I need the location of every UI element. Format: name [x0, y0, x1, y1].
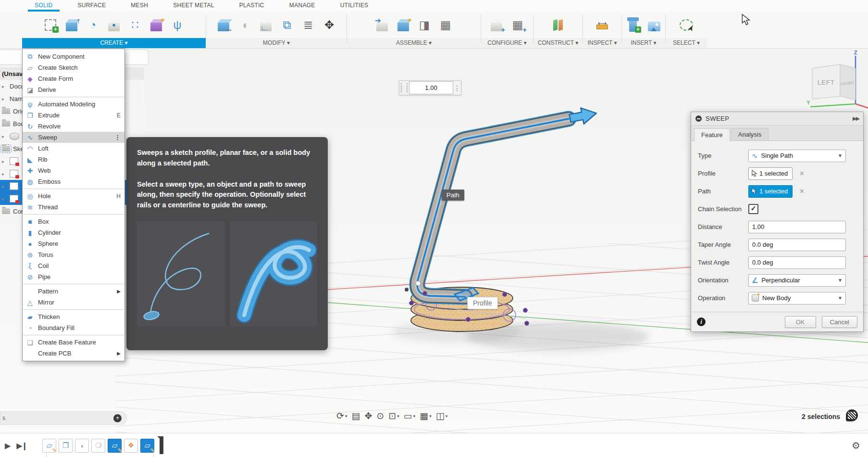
construction-plane-icon[interactable]	[550, 16, 566, 34]
group-assemble[interactable]: ASSEMBLE ▾	[347, 38, 481, 48]
tab-plastic[interactable]: PLASTIC	[227, 0, 277, 12]
group-create[interactable]: CREATE ▾	[22, 38, 206, 48]
offset-face-icon[interactable]: ≣	[300, 16, 316, 34]
menu-item-extrude[interactable]: ❐ExtrudeE	[23, 110, 124, 121]
grid-settings-icon[interactable]: ▦▾	[420, 409, 431, 423]
viewports-icon[interactable]: ◫▾	[436, 409, 447, 423]
taper-angle-input[interactable]	[748, 239, 846, 251]
sketch-feature-selected-icon[interactable]: ▱✎	[108, 439, 122, 453]
caret-icon[interactable]: ▸	[2, 96, 7, 102]
caret-icon[interactable]: ▸	[2, 184, 7, 189]
group-inspect[interactable]: INSPECT ▾	[583, 38, 621, 48]
group-modify[interactable]: MODIFY ▾	[206, 38, 347, 48]
combine-icon[interactable]: ⧉	[279, 16, 295, 34]
create-sketch-icon[interactable]: +	[42, 16, 59, 34]
menu-item-create-form[interactable]: ◆Create Form	[23, 73, 124, 84]
group-select[interactable]: SELECT ▾	[666, 38, 707, 48]
group-construct[interactable]: CONSTRUCT ▾	[533, 38, 583, 48]
orbit-icon[interactable]: ⟳▾	[336, 409, 347, 423]
timeline-skip-end-icon[interactable]: ▶❙	[16, 441, 27, 450]
configuration-table-icon[interactable]: ▦+	[509, 16, 526, 34]
menu-item-cylinder[interactable]: ▮Cylinder	[23, 227, 124, 238]
caret-icon[interactable]: ▸	[2, 134, 7, 139]
sketch-feature-selected-icon[interactable]: ▱✎	[140, 439, 154, 453]
tab-mesh[interactable]: MESH	[118, 0, 161, 12]
select-lasso-icon[interactable]: ➤	[678, 16, 694, 34]
menu-item-hole[interactable]: ◎HoleH	[23, 190, 124, 202]
distance-float-input[interactable]	[409, 81, 453, 94]
tab-feature[interactable]: Feature	[694, 128, 730, 141]
surface-patch-feature-icon[interactable]: ❖	[124, 439, 138, 453]
hole-icon[interactable]: ●	[106, 16, 122, 34]
menu-item-sweep[interactable]: ∿Sweep⋮	[23, 132, 124, 143]
viewcube[interactable]: LEFT FRONT Z Y X	[806, 50, 868, 114]
tab-utilities[interactable]: UTILITIES	[328, 0, 381, 12]
collapse-panel-icon[interactable]: ▶▶	[853, 115, 859, 122]
tab-surface[interactable]: SURFACE	[65, 0, 119, 12]
drag-handle-icon[interactable]	[401, 83, 408, 92]
extrude-icon[interactable]: ↑	[63, 16, 80, 34]
insert-component-icon[interactable]: ➔	[374, 16, 390, 34]
menu-item-derive[interactable]: ◪Derive	[23, 84, 124, 95]
look-at-icon[interactable]: ▤	[351, 409, 360, 423]
cancel-button[interactable]: Cancel	[822, 316, 857, 328]
tab-sheet-metal[interactable]: SHEET METAL	[161, 0, 227, 12]
caret-icon[interactable]: ▸	[2, 196, 7, 202]
caret-icon[interactable]: ▸	[2, 171, 7, 177]
operation-dropdown[interactable]: ✦ New Body ▼	[748, 292, 846, 305]
clear-selection-icon[interactable]: ✕	[799, 188, 805, 195]
menu-item-pipe[interactable]: ⊘Pipe	[23, 271, 124, 282]
orientation-dropdown[interactable]: ∠ Perpendicular ▼	[748, 274, 846, 287]
as-built-joint-icon[interactable]: ◨❘	[416, 16, 433, 34]
info-icon[interactable]: i	[697, 317, 706, 326]
display-settings-icon[interactable]: ▭▾	[404, 409, 415, 423]
tab-analysis[interactable]: Analysis	[731, 128, 769, 140]
caret-icon[interactable]: ▸	[2, 84, 7, 89]
twist-angle-input[interactable]	[748, 256, 846, 269]
insert-canvas-icon[interactable]	[646, 16, 662, 34]
move-copy-icon[interactable]: ✥	[321, 16, 337, 34]
menu-item-loft[interactable]: ◠Loft	[23, 143, 124, 154]
tab-manage[interactable]: MANAGE	[277, 0, 328, 12]
add-comment-icon[interactable]: +	[113, 414, 122, 422]
browser-footer-bar[interactable]: s +	[0, 411, 127, 425]
rectangular-pattern-icon[interactable]: ∷	[127, 16, 143, 34]
menu-item-emboss[interactable]: ◍Emboss	[23, 176, 124, 187]
menu-item-coil[interactable]: ξCoil	[23, 260, 124, 271]
more-options-icon[interactable]: ⋮	[453, 85, 461, 91]
chain-selection-checkbox[interactable]: ✓	[748, 204, 758, 214]
shell-feature-icon[interactable]: ❍	[91, 439, 105, 453]
menu-item-box[interactable]: ■Box	[23, 216, 124, 227]
tab-solid[interactable]: SOLID	[22, 0, 65, 12]
extrude-feature-icon[interactable]: ❐	[59, 439, 73, 453]
profile-select-button[interactable]: 1 selected	[748, 167, 793, 180]
menu-item-boundary-fill[interactable]: ◔Boundary Fill	[23, 322, 124, 333]
revolve-icon[interactable]: ◔	[85, 16, 101, 34]
menu-item-thread[interactable]: ≋Thread	[23, 202, 124, 213]
menu-item-create-base-feature[interactable]: ❏Create Base Feature	[23, 337, 124, 348]
path-select-button[interactable]: 1 selected	[748, 185, 793, 198]
distance-mini-toolbar[interactable]: ⋮	[399, 80, 461, 95]
menu-item-create-pcb[interactable]: Create PCB▶	[23, 348, 124, 359]
menu-item-create-sketch[interactable]: ▱Create Sketch	[23, 62, 124, 73]
sketch-feature-icon[interactable]: ▱✎	[42, 439, 56, 453]
zoom-icon[interactable]: ⊙	[376, 409, 384, 423]
caret-icon[interactable]: ▸	[2, 159, 7, 164]
menu-item-web[interactable]: ✚Web	[23, 165, 124, 176]
menu-item-mirror[interactable]: △Mirror	[23, 297, 124, 308]
motion-study-icon[interactable]: ▦	[437, 16, 454, 34]
fillet-feature-icon[interactable]: ◖	[75, 439, 89, 453]
press-pull-icon[interactable]: →	[215, 16, 232, 34]
insert-fastener-icon[interactable]: +	[625, 16, 641, 34]
clear-selection-icon[interactable]: ✕	[799, 170, 805, 177]
menu-item-rib[interactable]: ◣Rib	[23, 154, 124, 165]
menu-item-thicken[interactable]: ▰Thicken	[23, 311, 124, 322]
selection-filter-badge[interactable]	[846, 409, 858, 421]
distance-input[interactable]	[748, 221, 846, 233]
menu-item-revolve[interactable]: ↻Revolve	[23, 121, 124, 132]
create-form-icon[interactable]: ✦	[148, 16, 164, 34]
menu-item-automated-modeling[interactable]: ψAutomated Modeling	[23, 99, 124, 110]
menu-item-torus[interactable]: ⊚Torus	[23, 249, 124, 260]
fillet-icon[interactable]: ◖	[236, 16, 253, 34]
dialog-header[interactable]: SWEEP ▶▶	[691, 112, 863, 126]
